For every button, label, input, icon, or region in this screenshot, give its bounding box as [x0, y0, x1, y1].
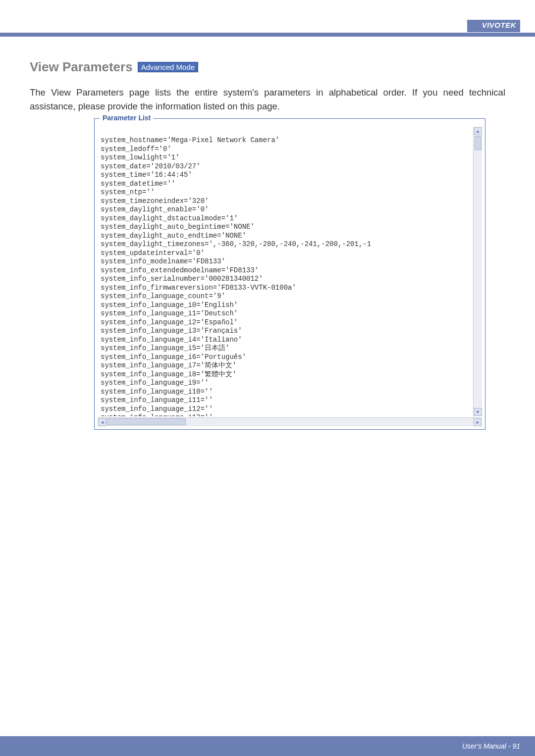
- title-row: View Parameters Advanced Mode: [30, 59, 505, 75]
- scroll-down-button[interactable]: ▾: [474, 408, 482, 416]
- horizontal-scroll-track[interactable]: [186, 418, 473, 426]
- vertical-scroll-thumb[interactable]: [475, 136, 482, 150]
- content-area: View Parameters Advanced Mode The View P…: [0, 35, 535, 430]
- horizontal-scroll-thumb[interactable]: [107, 418, 186, 425]
- page-footer: User's Manual - 91: [0, 736, 535, 756]
- parameter-panel-wrap: Parameter List system_hostname='Mega-Pix…: [94, 118, 485, 430]
- parameter-scroll-area: system_hostname='Mega-Pixel Network Came…: [98, 127, 482, 416]
- vertical-scrollbar[interactable]: ▴ ▾: [473, 127, 482, 416]
- chevron-up-icon: ▴: [477, 128, 479, 134]
- scroll-right-button[interactable]: ▸: [474, 418, 482, 426]
- header-bar: [0, 33, 535, 37]
- parameter-fieldset: Parameter List system_hostname='Mega-Pix…: [94, 118, 485, 430]
- page-description: The View Parameters page lists the entir…: [30, 86, 505, 113]
- page-title: View Parameters: [30, 59, 133, 75]
- chevron-left-icon: ◂: [101, 419, 104, 425]
- scroll-left-button[interactable]: ◂: [98, 418, 106, 426]
- fieldset-legend: Parameter List: [100, 114, 154, 122]
- parameter-text[interactable]: system_hostname='Mega-Pixel Network Came…: [98, 127, 473, 416]
- chevron-down-icon: ▾: [477, 409, 479, 414]
- horizontal-scrollbar[interactable]: ◂ ▸: [98, 417, 482, 426]
- advanced-mode-badge: Advanced Mode: [138, 62, 198, 72]
- brand-label: VIVOTEK: [467, 20, 520, 32]
- chevron-right-icon: ▸: [477, 419, 479, 425]
- scroll-up-button[interactable]: ▴: [474, 127, 482, 135]
- page-header: VIVOTEK: [0, 0, 535, 35]
- footer-text: User's Manual - 91: [462, 742, 520, 750]
